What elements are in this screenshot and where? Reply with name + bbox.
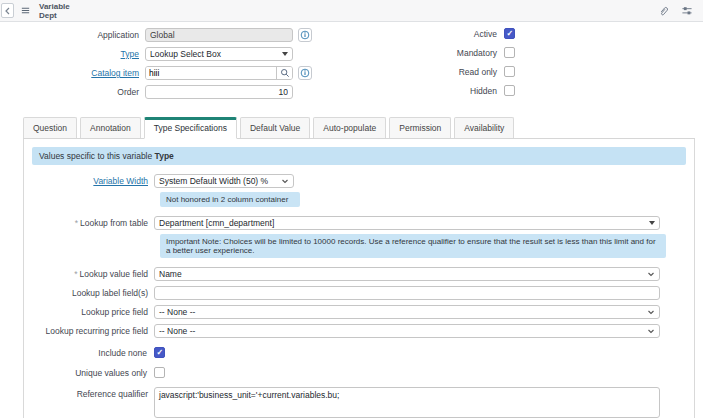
unique-values-only-checkbox[interactable] xyxy=(154,367,165,378)
tab-type-specifications[interactable]: Type Specifications xyxy=(144,117,237,139)
tab-default-value[interactable]: Default Value xyxy=(240,117,310,138)
row-reference-qualifier: Reference qualifier javascript:'business… xyxy=(32,387,686,418)
application-field[interactable] xyxy=(145,28,293,42)
order-input[interactable] xyxy=(145,85,293,99)
order-label: Order xyxy=(0,87,145,97)
chevron-down-icon xyxy=(647,270,655,278)
tab-annotation[interactable]: Annotation xyxy=(80,117,141,138)
lookup-from-table-select[interactable]: Department [cmn_department] xyxy=(154,216,660,230)
search-icon xyxy=(280,68,290,78)
mandatory-icon: * xyxy=(75,218,78,228)
hidden-checkbox[interactable] xyxy=(504,85,515,96)
info-icon xyxy=(300,68,310,78)
back-button[interactable] xyxy=(1,3,14,18)
variable-width-value: System Default Width (50) % xyxy=(159,176,268,186)
include-none-label: Include none xyxy=(32,348,154,358)
row-lookup-price-field: Lookup price field -- None -- xyxy=(32,305,686,319)
type-specifications-panel: Values specific to this variable Type Va… xyxy=(23,139,695,418)
variable-width-select[interactable]: System Default Width (50) % xyxy=(154,174,294,188)
flag-row-mandatory: Mandatory xyxy=(322,47,703,58)
triangle-down-icon xyxy=(649,221,655,225)
application-label: Application xyxy=(0,30,145,40)
flag-row-hidden: Hidden xyxy=(322,85,703,96)
catalog-item-label-link[interactable]: Catalog item xyxy=(91,68,139,78)
context-menu-button[interactable] xyxy=(20,5,31,16)
catalog-item-lookup-button[interactable] xyxy=(276,67,292,79)
type-select-value: Lookup Select Box xyxy=(150,49,221,59)
field-row-catalog-item: Catalog item xyxy=(0,66,322,80)
banner-text: Values specific to this variable xyxy=(39,151,155,161)
record-type-label: Variable xyxy=(39,2,70,11)
read-only-label: Read only xyxy=(322,67,504,77)
form-tabs: Question Annotation Type Specifications … xyxy=(23,117,695,139)
field-row-type: Type Lookup Select Box xyxy=(0,47,322,61)
field-row-application: Application xyxy=(0,28,322,42)
flag-row-read-only: Read only xyxy=(322,66,703,77)
chevron-left-icon xyxy=(4,7,12,15)
record-title: Dept xyxy=(39,11,70,20)
lookup-label-fields-label: Lookup label field(s) xyxy=(32,288,154,298)
row-lookup-label-fields: Lookup label field(s) xyxy=(32,286,686,300)
tab-permission[interactable]: Permission xyxy=(389,117,451,138)
type-label-link[interactable]: Type xyxy=(121,49,139,59)
lookup-value-field-select[interactable]: Name xyxy=(154,267,660,281)
catalog-item-info-button[interactable] xyxy=(298,66,312,80)
personalize-form-button[interactable] xyxy=(681,5,693,16)
lookup-price-field-value: -- None -- xyxy=(159,307,195,317)
chevron-down-icon xyxy=(647,308,655,316)
unique-values-only-label: Unique values only xyxy=(32,368,154,378)
lookup-value-field-value: Name xyxy=(159,269,182,279)
active-checkbox[interactable] xyxy=(504,28,515,39)
banner-bold-text: Type xyxy=(155,151,174,161)
variable-width-label-link[interactable]: Variable Width xyxy=(93,176,148,186)
page-title: Variable Dept xyxy=(39,2,70,20)
catalog-item-input[interactable] xyxy=(146,67,276,79)
lookup-from-table-label: Lookup from table xyxy=(80,218,148,228)
hidden-label: Hidden xyxy=(322,86,504,96)
lookup-price-field-label: Lookup price field xyxy=(32,307,154,317)
lookup-from-table-value: Department [cmn_department] xyxy=(159,218,274,228)
chevron-down-icon xyxy=(281,177,289,185)
lookup-label-fields-input[interactable] xyxy=(154,286,660,300)
lookup-recurring-price-field-select[interactable]: -- None -- xyxy=(154,324,660,338)
row-variable-width: Variable Width System Default Width (50)… xyxy=(32,174,686,188)
row-include-none: Include none xyxy=(32,347,686,358)
sliders-icon xyxy=(681,5,693,16)
application-info-button[interactable] xyxy=(298,28,312,42)
lookup-from-table-note: Important Note: Choices will be limited … xyxy=(160,234,666,258)
active-label: Active xyxy=(322,29,504,39)
tab-availability[interactable]: Availability xyxy=(454,117,514,138)
tab-auto-populate[interactable]: Auto-populate xyxy=(313,117,386,138)
form-header: Variable Dept xyxy=(0,0,703,22)
variable-form-screen: Variable Dept Application Type xyxy=(0,0,703,418)
type-select[interactable]: Lookup Select Box xyxy=(145,47,293,61)
reference-qualifier-label: Reference qualifier xyxy=(32,387,154,399)
flag-row-active: Active xyxy=(322,28,703,39)
lookup-recurring-price-field-value: -- None -- xyxy=(159,326,195,336)
catalog-item-reference-field xyxy=(145,66,293,80)
mandatory-label: Mandatory xyxy=(322,48,504,58)
lookup-recurring-price-field-label: Lookup recurring price field xyxy=(32,326,154,336)
values-specific-banner: Values specific to this variable Type xyxy=(32,147,686,165)
tab-question[interactable]: Question xyxy=(23,117,77,138)
row-unique-values-only: Unique values only xyxy=(32,367,686,378)
attachment-button[interactable] xyxy=(658,5,669,17)
include-none-checkbox[interactable] xyxy=(154,347,165,358)
row-lookup-from-table: *Lookup from table Department [cmn_depar… xyxy=(32,216,686,230)
mandatory-checkbox[interactable] xyxy=(504,47,515,58)
field-row-order: Order xyxy=(0,85,322,99)
lookup-price-field-select[interactable]: -- None -- xyxy=(154,305,660,319)
hamburger-menu-icon xyxy=(20,5,31,16)
info-icon xyxy=(300,30,310,40)
row-lookup-value-field: *Lookup value field Name xyxy=(32,267,686,281)
form-fields-header: Application Type Lookup Select Box Catal… xyxy=(0,22,703,104)
reference-qualifier-textarea[interactable]: javascript:'business_unit='+current.vari… xyxy=(154,387,660,418)
lookup-value-field-label: Lookup value field xyxy=(79,269,148,279)
paperclip-icon xyxy=(658,5,669,17)
row-lookup-recurring-price-field: Lookup recurring price field -- None -- xyxy=(32,324,686,338)
chevron-down-icon xyxy=(647,327,655,335)
mandatory-icon: * xyxy=(74,269,77,279)
read-only-checkbox[interactable] xyxy=(504,66,515,77)
triangle-down-icon xyxy=(282,52,288,56)
variable-width-note: Not honored in 2 column container xyxy=(160,192,300,207)
